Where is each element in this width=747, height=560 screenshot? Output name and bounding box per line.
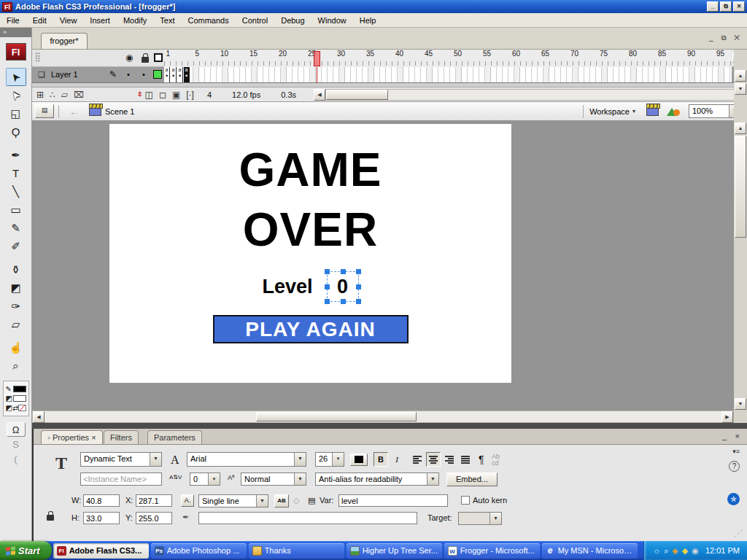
menu-item[interactable]: Edit [26, 14, 53, 27]
layer-folder-icon[interactable]: ▱ [61, 90, 68, 100]
stage-h-scrollbar-thumb[interactable] [256, 412, 417, 421]
panel-minimize-icon[interactable]: _ [722, 432, 727, 440]
swap-colors-icon[interactable]: ⇄ [12, 404, 18, 412]
selection-handle[interactable] [325, 284, 330, 289]
frame-rate-value[interactable]: 12.0 fps [232, 90, 260, 99]
show-hide-column-icon[interactable]: ◉ [125, 52, 133, 63]
taskbar-task[interactable]: Thanks [249, 543, 344, 559]
minimize-button[interactable]: _ [707, 1, 719, 12]
close-button[interactable]: ✕ [733, 1, 745, 12]
text-tool[interactable]: T [6, 164, 26, 182]
menu-item[interactable]: Help [353, 14, 383, 27]
embed-button[interactable]: Embed... [446, 472, 498, 486]
show-border-icon[interactable]: ◇ [293, 496, 299, 505]
tab-parameters[interactable]: Parameters [147, 430, 202, 444]
panel-splitter[interactable] [32, 423, 747, 429]
menu-item[interactable]: Window [311, 14, 353, 27]
tray-update-shield-icon[interactable]: ◆ [682, 546, 688, 556]
selection-handle[interactable] [356, 299, 361, 304]
edit-multiple-frames-icon[interactable]: ▣ [172, 90, 180, 100]
fill-color-swatch[interactable] [13, 395, 26, 402]
hand-tool[interactable]: ☝ [6, 338, 26, 357]
timeline-scroll-left-button[interactable]: ◀ [314, 89, 325, 101]
letter-spacing-combo[interactable]: 0▾ [190, 472, 220, 486]
taskbar-task[interactable]: W Frogger - Microsoft... [444, 543, 540, 559]
layer-frames[interactable]: a• a• a• a• [164, 67, 732, 82]
resize-grip-icon[interactable]: ⋰ [735, 529, 743, 538]
keyframe-3[interactable]: a• [177, 67, 183, 82]
menu-item[interactable]: Commands [181, 14, 235, 27]
selection-handle[interactable] [356, 284, 361, 289]
antialias-combo[interactable]: Anti-alias for readability▼ [315, 472, 439, 486]
smooth-option[interactable]: S [7, 437, 26, 451]
stage-scroll-up-icon[interactable]: ▲ [735, 122, 746, 134]
edit-symbols-icon[interactable] [667, 106, 678, 117]
timeline-scroll-down-icon[interactable]: ▼ [735, 83, 746, 95]
paint-bucket-tool[interactable]: ◩ [6, 279, 26, 297]
restore-button[interactable]: ⧉ [720, 1, 732, 12]
timeline-h-scrollbar[interactable] [325, 89, 746, 101]
workspace-label[interactable]: Workspace [589, 107, 630, 116]
tray-display-icon[interactable]: ☼ [653, 546, 660, 555]
timeline-ruler[interactable]: 15101520253035404550556065707580859095 [164, 50, 732, 67]
x-position-input[interactable]: 287.1 [136, 494, 172, 507]
playhead[interactable] [314, 51, 320, 66]
modify-onion-markers-icon[interactable]: [·] [186, 90, 194, 100]
format-button[interactable]: A. [181, 494, 194, 507]
stage-h-scrollbar[interactable]: ◀ ▶ [32, 411, 734, 423]
eraser-tool[interactable]: ▱ [6, 315, 26, 333]
instance-name-input[interactable]: <Instance Name> [80, 472, 162, 486]
toolbox-collapse-strip[interactable]: » [0, 28, 31, 37]
text-type-combo[interactable]: Dynamic Text▼ [80, 452, 162, 467]
onion-skin-outlines-icon[interactable]: ◻ [159, 90, 166, 100]
game-over-line2[interactable]: OVER [109, 200, 511, 260]
tab-close-icon[interactable]: × [91, 433, 96, 442]
italic-button[interactable]: I [390, 452, 404, 467]
start-button[interactable]: Start [0, 541, 52, 560]
selection-handle[interactable] [356, 269, 361, 274]
eyedropper-tool[interactable]: ✑ [6, 297, 26, 315]
timeline-h-scrollbar-thumb[interactable] [326, 90, 388, 100]
font-size-combo[interactable]: 26▾ [315, 452, 344, 467]
selection-handle[interactable] [341, 269, 346, 274]
menu-item[interactable]: Insert [83, 14, 117, 27]
workspace-dropdown-icon[interactable]: ▾ [632, 108, 635, 114]
stroke-color-swatch[interactable] [13, 386, 26, 392]
ink-bottle-tool[interactable]: ⚱ [6, 260, 26, 279]
help-icon[interactable]: ? [729, 461, 740, 472]
align-left-button[interactable] [410, 452, 425, 467]
h-scroll-right-icon[interactable]: ▶ [721, 411, 733, 423]
back-arrow-icon[interactable]: ← [69, 106, 80, 117]
menu-item[interactable]: Modify [117, 14, 153, 27]
rectangle-tool[interactable]: ▭ [6, 201, 26, 219]
selection-handle[interactable] [341, 299, 346, 304]
layer-name[interactable]: Layer 1 [51, 70, 78, 79]
menu-item[interactable]: Text [153, 14, 181, 27]
selection-handle[interactable] [325, 299, 330, 304]
layer-visibility-dot[interactable]: • [127, 70, 130, 79]
subselection-tool[interactable]: ➤ [6, 86, 26, 104]
timeline-scroll-up-icon[interactable]: ▲ [735, 70, 746, 82]
taskbar-task[interactable]: Higher Up Tree Ser... [347, 543, 442, 559]
accessibility-icon[interactable]: ✯ [727, 493, 740, 505]
text-color-swatch[interactable] [350, 454, 368, 466]
h-scroll-left-icon[interactable]: ◀ [33, 411, 44, 423]
level-textfield-selection[interactable]: 0 [327, 271, 359, 302]
render-as-html-button[interactable]: AB [274, 494, 289, 508]
menu-item[interactable]: File [0, 14, 26, 27]
variable-input[interactable]: level [338, 494, 448, 507]
layer-lock-dot[interactable]: • [142, 70, 145, 79]
selectable-icon[interactable]: ▤ [308, 496, 315, 505]
no-color-button[interactable] [18, 405, 26, 411]
outline-column-icon[interactable] [154, 53, 163, 62]
scene-label[interactable]: Scene 1 [105, 107, 134, 116]
menu-item[interactable]: Control [236, 14, 274, 27]
document-window-controls[interactable]: _ ⧉ ✕ [709, 34, 743, 42]
tab-filters[interactable]: Filters [104, 430, 139, 444]
motion-guide-icon[interactable]: ∴ [50, 90, 55, 100]
play-again-button[interactable]: PLAY AGAIN [213, 315, 409, 343]
stage-v-scrollbar-thumb[interactable] [735, 136, 746, 238]
default-colors-icon[interactable]: ◩ [6, 404, 12, 412]
keyframe-2[interactable]: a• [171, 67, 177, 82]
game-over-line1[interactable]: GAME [109, 140, 511, 200]
